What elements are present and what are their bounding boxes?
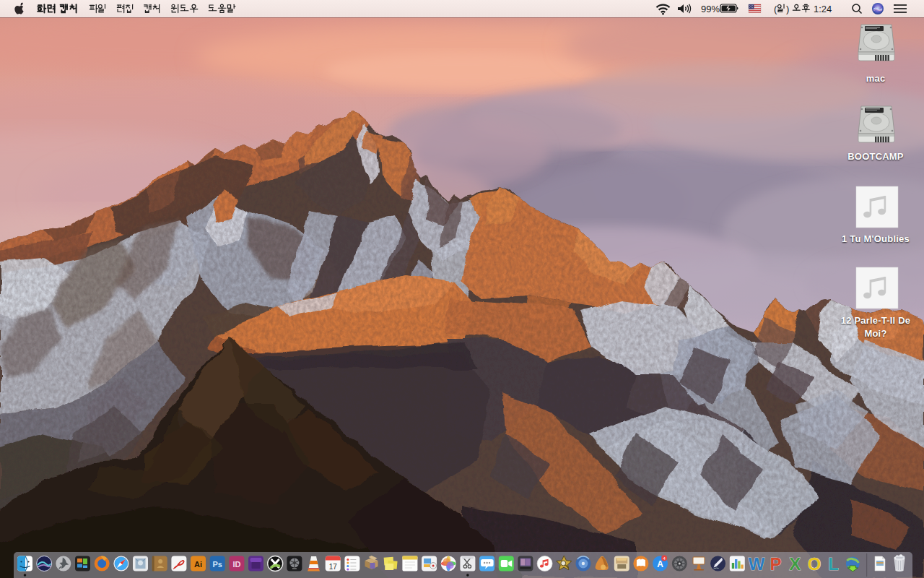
svg-text:): ) bbox=[786, 4, 789, 14]
svg-text:(: ( bbox=[774, 4, 777, 14]
svg-text:17: 17 bbox=[329, 563, 338, 571]
svg-text:X: X bbox=[789, 554, 801, 574]
svg-text:ID: ID bbox=[232, 560, 240, 569]
svg-text:W: W bbox=[749, 554, 765, 574]
svg-text:O: O bbox=[808, 554, 821, 574]
svg-text:Ai: Ai bbox=[194, 560, 202, 569]
svg-text:1:24: 1:24 bbox=[814, 4, 832, 14]
svg-text:99%: 99% bbox=[701, 4, 720, 14]
svg-text:Ps: Ps bbox=[212, 560, 222, 569]
svg-text:L: L bbox=[828, 554, 839, 574]
svg-text:P: P bbox=[770, 554, 782, 574]
